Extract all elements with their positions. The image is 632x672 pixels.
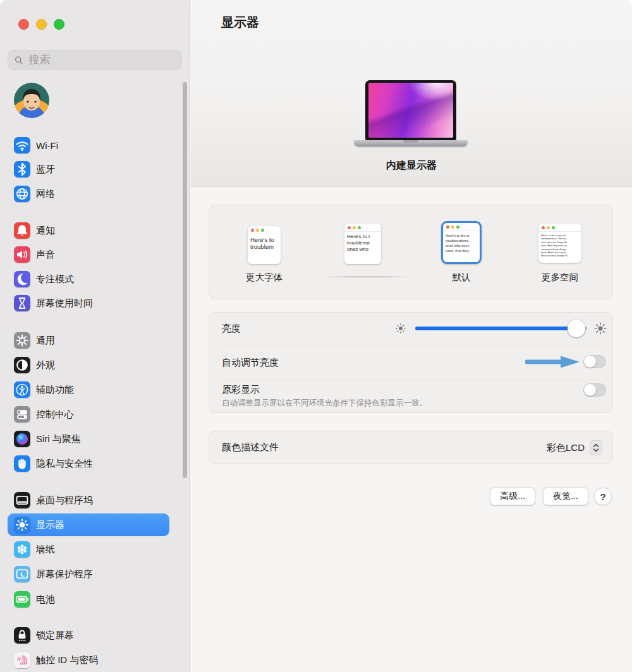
screensaver-icon — [14, 566, 30, 582]
sidebar-item-label: 锁定屏幕 — [36, 630, 74, 642]
sidebar-item-network[interactable]: 网络 — [8, 183, 169, 205]
zoom-button[interactable] — [54, 19, 64, 30]
annotation-underline — [325, 277, 410, 277]
scaling-thumbnail[interactable]: Here's to t troublema ones who — [344, 224, 381, 264]
scaling-thumbnail-selected[interactable]: Here's to the cr troublemakers. ones who… — [441, 221, 482, 264]
sidebar-item-displays[interactable]: 显示器 — [8, 513, 169, 536]
scaling-thumbnail[interactable]: Here's to the crazy one troublemakers. T… — [538, 224, 581, 263]
row-divider — [222, 380, 600, 380]
display-preview-header: 显示器 内建显示器 — [191, 0, 632, 187]
sidebar-item-notifications[interactable]: 通知 — [8, 219, 169, 242]
sidebar-item-accessibility[interactable]: 辅助功能 — [8, 378, 169, 401]
scaling-option-more-space[interactable]: Here's to the crazy one troublemakers. T… — [522, 205, 598, 299]
true-tone-toggle[interactable] — [583, 383, 606, 397]
sidebar-item-label: 控制中心 — [36, 409, 74, 421]
sidebar-item-desktop-dock[interactable]: 桌面与程序坞 — [8, 489, 169, 512]
sidebar-item-wallpaper[interactable]: 墙纸 — [8, 538, 169, 561]
sidebar-item-label: Wi-Fi — [36, 140, 58, 151]
macbook-base — [354, 140, 468, 147]
display-name-label: 内建显示器 — [191, 159, 632, 172]
moon-icon — [14, 271, 30, 287]
true-tone-description: 自动调整显示屏以在不同环境光条件下保持色彩显示一致。 — [222, 398, 427, 409]
wifi-icon — [14, 137, 30, 153]
scaling-option-label: 默认 — [423, 272, 499, 284]
annotation-arrow-icon — [525, 355, 581, 369]
night-shift-button[interactable]: 夜览... — [543, 488, 588, 505]
brightness-slider-fill — [415, 327, 576, 330]
help-button[interactable]: ? — [594, 488, 612, 505]
sidebar-item-bluetooth[interactable]: 蓝牙 — [8, 158, 169, 181]
close-button[interactable] — [18, 19, 29, 30]
brightness-slider[interactable] — [415, 327, 587, 330]
scaling-option-larger-text[interactable]: Here's to troublem 更大字体 — [226, 205, 302, 299]
color-profile-label: 颜色描述文件 — [222, 441, 279, 453]
search-icon — [15, 56, 23, 65]
wallpaper-preview — [368, 83, 453, 138]
thumb-traffic-lights — [443, 223, 480, 231]
sidebar-item-label: 专注模式 — [36, 273, 74, 285]
sidebar-item-lock-screen[interactable]: 锁定屏幕 — [8, 624, 169, 647]
bell-icon — [14, 222, 30, 239]
auto-brightness-label: 自动调节亮度 — [222, 357, 279, 369]
sidebar-item-label: 显示器 — [36, 519, 64, 531]
auto-brightness-toggle[interactable] — [583, 355, 606, 368]
lock-icon — [14, 627, 30, 644]
search-field[interactable] — [8, 50, 182, 70]
color-profile-value: 彩色LCD — [547, 442, 585, 454]
sidebar-item-privacy-security[interactable]: 隐私与安全性 — [8, 452, 169, 475]
sidebar-item-siri-spotlight[interactable]: Siri 与聚焦 — [8, 428, 169, 450]
row-divider — [222, 345, 600, 346]
sidebar-item-wifi[interactable]: Wi-Fi — [8, 134, 169, 157]
scaling-option-2[interactable]: Here's to t troublema ones who — [325, 205, 401, 299]
sidebar-item-touch-id[interactable]: 触控 ID 与密码 — [8, 649, 169, 671]
sidebar-item-battery[interactable]: 电池 — [8, 588, 169, 611]
advanced-button[interactable]: 高级... — [490, 488, 535, 505]
page-title: 显示器 — [221, 14, 259, 31]
macbook-illustration — [365, 80, 456, 140]
brightness-slider-knob[interactable] — [568, 320, 585, 337]
wallpaper-flower-icon — [14, 541, 30, 558]
sidebar-item-label: 通知 — [36, 225, 55, 237]
display-brightness-icon — [14, 517, 30, 533]
scaling-thumbnail[interactable]: Here's to troublem — [248, 226, 281, 264]
thumb-sample-text: Here's to troublem — [248, 234, 281, 252]
battery-icon — [14, 591, 30, 608]
color-profile-card: 颜色描述文件 彩色LCD — [209, 431, 613, 464]
globe-icon — [14, 186, 30, 202]
sidebar-item-label: Siri 与聚焦 — [36, 433, 81, 445]
speaker-icon — [14, 246, 30, 263]
hand-icon — [14, 455, 30, 472]
gear-icon — [14, 332, 30, 349]
sidebar-item-label: 蓝牙 — [36, 164, 55, 176]
sidebar-item-focus[interactable]: 专注模式 — [8, 268, 169, 291]
color-profile-select[interactable]: 彩色LCD — [547, 431, 602, 464]
sidebar: Wi-Fi 蓝牙 网络 通知 声音 专注模式 屏幕使用时间 — [0, 0, 190, 672]
brightness-label: 亮度 — [222, 323, 241, 335]
scaling-option-default[interactable]: Here's to the cr troublemakers. ones who… — [423, 205, 499, 299]
sidebar-scrollbar[interactable] — [183, 82, 187, 478]
sidebar-item-control-center[interactable]: 控制中心 — [8, 403, 169, 426]
thumb-sample-text: Here's to the crazy one troublemakers. T… — [538, 232, 581, 260]
chevron-up-down-icon[interactable] — [590, 440, 602, 455]
brightness-settings-card: 亮度 自动调节亮度 原彩显示 自动调整显示屏以在不同环境光条件下保持色彩显示一致… — [209, 312, 613, 413]
sidebar-item-screen-time[interactable]: 屏幕使用时间 — [8, 292, 169, 315]
sidebar-item-label: 声音 — [36, 249, 55, 261]
desktop-dock-icon — [14, 492, 30, 508]
scaling-option-label: 更多空间 — [522, 272, 598, 284]
sidebar-item-sound[interactable]: 声音 — [8, 243, 169, 266]
brightness-dim-icon — [394, 321, 408, 335]
sidebar-item-label: 屏幕保护程序 — [36, 568, 93, 580]
sidebar-item-label: 网络 — [36, 188, 55, 200]
fingerprint-icon — [14, 652, 30, 668]
sidebar-item-label: 墙纸 — [36, 544, 55, 556]
user-avatar[interactable] — [14, 83, 49, 118]
minimize-button[interactable] — [36, 19, 47, 30]
sidebar-item-appearance[interactable]: 外观 — [8, 354, 169, 376]
sidebar-item-general[interactable]: 通用 — [8, 329, 169, 352]
displays-pane: 显示器 内建显示器 Here's to troublem 更大字体 Here's… — [191, 0, 632, 672]
sidebar-item-screen-saver[interactable]: 屏幕保护程序 — [8, 563, 169, 585]
sidebar-item-label: 外观 — [36, 359, 55, 371]
accessibility-icon — [14, 381, 30, 398]
appearance-icon — [14, 357, 30, 373]
search-input[interactable] — [28, 53, 175, 67]
